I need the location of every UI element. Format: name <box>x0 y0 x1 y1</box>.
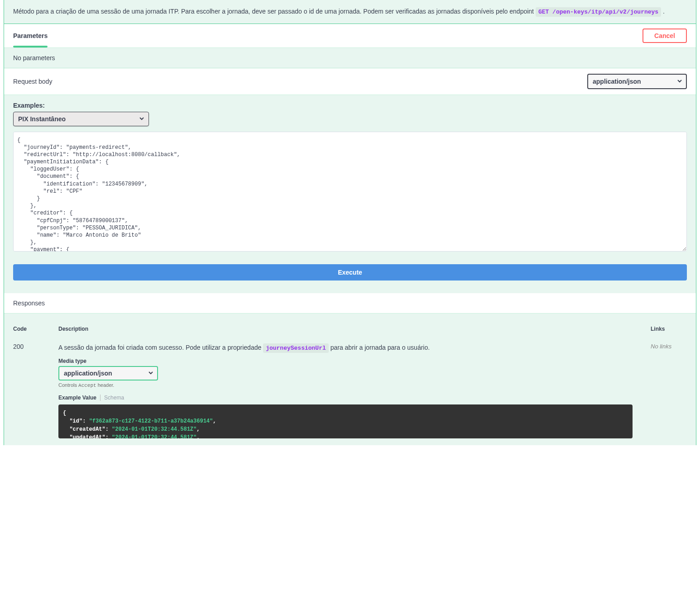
content-type-select-wrap: application/json <box>587 74 687 89</box>
responses-header: Responses <box>4 293 696 314</box>
description-text: Método para a criação de uma sessão de u… <box>13 8 536 15</box>
controls-hint-before: Controls <box>58 382 78 388</box>
examples-label: Examples: <box>13 102 687 109</box>
response-desc-after: para abrir a jornada para o usuário. <box>331 344 430 351</box>
request-body-header: Request body application/json <box>4 68 696 95</box>
tab-schema[interactable]: Schema <box>100 395 128 401</box>
content-type-select[interactable]: application/json <box>587 74 687 89</box>
media-type-label: Media type <box>58 358 633 364</box>
endpoint-code: GET /open-keys/itp/api/v2/journeys <box>536 7 661 17</box>
cancel-button[interactable]: Cancel <box>642 29 687 43</box>
examples-section: Examples: PIX Instantâneo { "journeyId":… <box>4 95 696 293</box>
responses-table-header: Code Description Links <box>13 320 687 338</box>
responses-table: Code Description Links 200 A sessão da j… <box>4 314 696 446</box>
parameters-header-row: Parameters Cancel <box>4 24 696 48</box>
no-parameters-text: No parameters <box>4 48 696 68</box>
column-links: Links <box>651 326 687 332</box>
tab-parameters[interactable]: Parameters <box>13 29 48 43</box>
execute-button[interactable]: Execute <box>13 264 687 281</box>
example-select[interactable]: PIX Instantâneo <box>13 112 149 126</box>
media-type-select-wrap: application/json <box>58 366 158 380</box>
column-description: Description <box>58 326 633 332</box>
response-description-cell: A sessão da jornada foi criada com suces… <box>58 343 633 439</box>
api-operation-panel: Método para a criação de uma sessão de u… <box>4 0 696 445</box>
example-tabs: Example Value Schema <box>58 395 633 401</box>
request-body-label: Request body <box>13 78 52 85</box>
media-type-select[interactable]: application/json <box>58 366 158 380</box>
controls-hint: Controls Accept header. <box>58 382 633 388</box>
response-links: No links <box>651 343 687 439</box>
controls-hint-accept: Accept <box>78 383 96 388</box>
response-code-value: 200 <box>13 343 40 439</box>
response-desc-before: A sessão da jornada foi criada com suces… <box>58 344 263 351</box>
response-description-text: A sessão da jornada foi criada com suces… <box>58 343 633 353</box>
operation-description: Método para a criação de uma sessão de u… <box>4 0 696 24</box>
response-row: 200 A sessão da jornada foi criada com s… <box>13 338 687 439</box>
controls-hint-after: header. <box>96 382 115 388</box>
tab-example-value[interactable]: Example Value <box>58 395 100 401</box>
example-select-wrap: PIX Instantâneo <box>13 112 149 126</box>
request-body-editor[interactable]: { "journeyId": "payments-redirect", "red… <box>13 132 687 252</box>
description-text-after: . <box>663 8 665 15</box>
column-code: Code <box>13 326 40 332</box>
response-example-code[interactable]: { "id": "f362a873-c127-4122-b711-a37b24a… <box>58 404 633 438</box>
response-desc-code: journeySessionUrl <box>263 343 329 353</box>
